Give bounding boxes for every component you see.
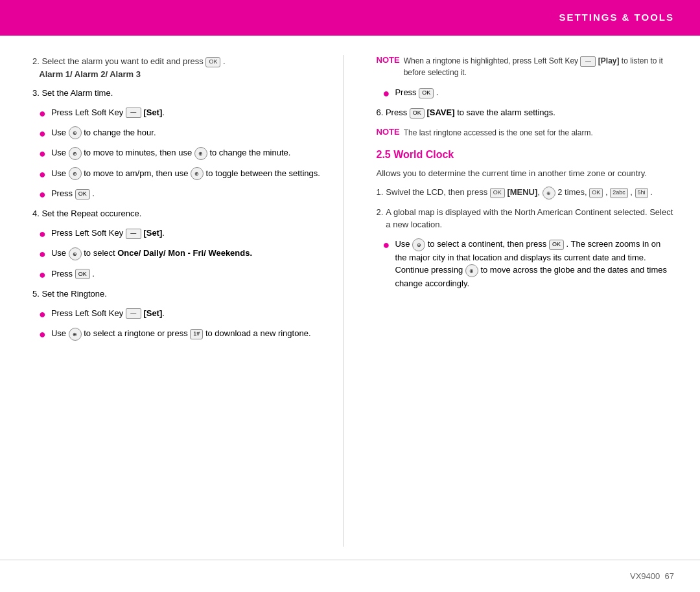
bullet-hour: ● Use ⊕ to change the hour.: [39, 126, 331, 141]
bullet-text-3: Use ⊕ to move to minutes, then use ⊕ to …: [51, 146, 291, 160]
note-1: NOTE When a ringtone is highlighted, pre…: [377, 55, 675, 78]
nav-key-2: ⊕: [69, 147, 82, 160]
bullet-set-3: ● Press Left Soft Key — [Set].: [39, 307, 331, 322]
bullet-dot-r2: ●: [383, 238, 390, 253]
bullet-dot-6: ●: [39, 227, 46, 242]
note-label-1: NOTE: [377, 55, 400, 65]
step-3-text: 3. Set the Alarm time.: [32, 88, 113, 98]
kbd-2abc: 2abc: [610, 188, 628, 198]
bullet-set-1: ● Press Left Soft Key — [Set].: [39, 106, 331, 121]
bullet-ampm: ● Use ⊕ to move to am/pm, then use ⊕ to …: [39, 167, 331, 182]
step-5: 5. Set the Ringtone.: [32, 288, 331, 301]
bullet-dot-1: ●: [39, 106, 46, 121]
step-2: 2. Select the alarm you want to edit and…: [32, 55, 331, 80]
bullet-text-1: Press Left Soft Key — [Set].: [51, 106, 165, 119]
bullet-select-freq: ● Use ⊕ to select Once/ Daily/ Mon - Fri…: [39, 247, 331, 262]
step-2-number: 2. Select the alarm you want to edit and…: [32, 56, 205, 66]
bullet-press-1: ● Press OK .: [39, 187, 331, 202]
header-bar: SETTINGS & TOOLS: [0, 0, 700, 34]
nav-key-globe: ⊕: [465, 264, 478, 277]
nav-key-cont: ⊕: [412, 238, 425, 251]
nav-key-5: ⊕: [191, 167, 204, 180]
note-2: NOTE The last ringtone accessed is the o…: [377, 127, 675, 139]
soft-key-note1: —: [580, 56, 596, 67]
ok-key-5: OK: [549, 240, 564, 250]
nav-key-7: ⊕: [69, 328, 82, 341]
bullet-text-9: Press Left Soft Key — [Set].: [51, 307, 165, 320]
step-6: 6. Press OK [SAVE] to save the alarm set…: [377, 106, 675, 119]
header-title: SETTINGS & TOOLS: [559, 12, 674, 23]
ok-key-menu: OK: [490, 188, 505, 198]
bullet-text-4: Use ⊕ to move to am/pm, then use ⊕ to to…: [51, 167, 320, 181]
note-label-2: NOTE: [377, 127, 400, 137]
step-2-bold: Alarm 1/ Alarm 2/ Alarm 3: [32, 69, 141, 79]
bullet-dot-3: ●: [39, 146, 46, 161]
left-column: 2. Select the alarm you want to edit and…: [32, 55, 344, 547]
ok-key-r1: OK: [419, 88, 434, 98]
bullet-dot-4: ●: [39, 167, 46, 182]
footer: VX9400 67: [0, 560, 700, 592]
nav-key-1: ⊕: [69, 126, 82, 139]
step-6-text: 6. Press OK [SAVE] to save the alarm set…: [377, 108, 555, 117]
world-step-1-number: 1.: [377, 186, 384, 199]
bullet-dot-r1: ●: [383, 86, 390, 101]
note-text-2: The last ringtone accessed is the one se…: [404, 127, 593, 139]
kbd-1hash: 1#: [190, 329, 203, 339]
bullet-text-r1: Press OK .: [395, 86, 438, 99]
bullet-set-2: ● Press Left Soft Key — [Set].: [39, 227, 331, 242]
kbd-5hi: 5hi: [635, 188, 648, 198]
bullet-text-5: Press OK .: [51, 187, 95, 200]
nav-key-3: ⊕: [194, 147, 207, 160]
world-step-1-text: Swivel the LCD, then press OK [MENU], ⊕ …: [386, 186, 652, 199]
note-text-1: When a ringtone is highlighted, press Le…: [404, 55, 674, 78]
bullet-text-r2: Use ⊕ to select a continent, then press …: [395, 238, 674, 290]
soft-key-3: —: [126, 308, 141, 319]
bullet-text-10: Use ⊕ to select a ringtone or press 1# t…: [51, 327, 311, 341]
bullet-text-2: Use ⊕ to change the hour.: [51, 126, 156, 140]
bullet-press-2: ● Press OK .: [39, 268, 331, 282]
world-clock-heading: 2.5 World Clock: [377, 149, 675, 161]
ok-key-3: OK: [75, 269, 90, 279]
world-step-2: 2. A global map is displayed with the No…: [377, 206, 675, 231]
bullet-text-8: Press OK .: [51, 268, 95, 280]
right-column: NOTE When a ringtone is highlighted, pre…: [370, 55, 675, 547]
footer-model: VX9400 67: [630, 571, 674, 581]
bullet-dot-7: ●: [39, 247, 46, 262]
bullet-dot-10: ●: [39, 327, 46, 342]
bullet-dot-8: ●: [39, 268, 46, 282]
bullet-press-right: ● Press OK .: [383, 86, 675, 101]
bullet-dot-9: ●: [39, 307, 46, 322]
step-5-text: 5. Set the Ringtone.: [32, 289, 107, 299]
world-step-1: 1. Swivel the LCD, then press OK [MENU],…: [377, 186, 675, 199]
step-2-text: .: [223, 56, 226, 66]
nav-key-6: ⊕: [69, 247, 82, 260]
bullet-dot-5: ●: [39, 187, 46, 202]
ok-key-2: OK: [75, 189, 90, 199]
world-step-2-text: A global map is displayed with the North…: [386, 206, 674, 231]
ok-key-4: OK: [410, 108, 425, 119]
step-4: 4. Set the Repeat occurence.: [32, 207, 331, 220]
step-3: 3. Set the Alarm time.: [32, 87, 331, 100]
bullet-text-7: Use ⊕ to select Once/ Daily/ Mon - Fri/ …: [51, 247, 252, 260]
bullet-continent: ● Use ⊕ to select a continent, then pres…: [383, 238, 675, 290]
bullet-text-6: Press Left Soft Key — [Set].: [51, 227, 165, 240]
bullet-minutes: ● Use ⊕ to move to minutes, then use ⊕ t…: [39, 146, 331, 161]
bullet-ringtone: ● Use ⊕ to select a ringtone or press 1#…: [39, 327, 331, 342]
world-step-2-number: 2.: [377, 206, 384, 219]
bullet-dot-2: ●: [39, 126, 46, 141]
main-content: 2. Select the alarm you want to edit and…: [0, 36, 700, 560]
kbd-ok: OK: [589, 188, 603, 198]
ok-key-1: OK: [205, 57, 220, 67]
nav-key-4: ⊕: [69, 167, 82, 180]
page: SETTINGS & TOOLS 2. Select the alarm you…: [0, 0, 700, 592]
nav-key-menu: ⊕: [542, 187, 555, 199]
soft-key-2: —: [126, 229, 141, 239]
soft-key-1: —: [126, 108, 141, 118]
world-clock-description: Allows you to determine the current time…: [377, 167, 675, 180]
step-4-text: 4. Set the Repeat occurence.: [32, 209, 141, 218]
